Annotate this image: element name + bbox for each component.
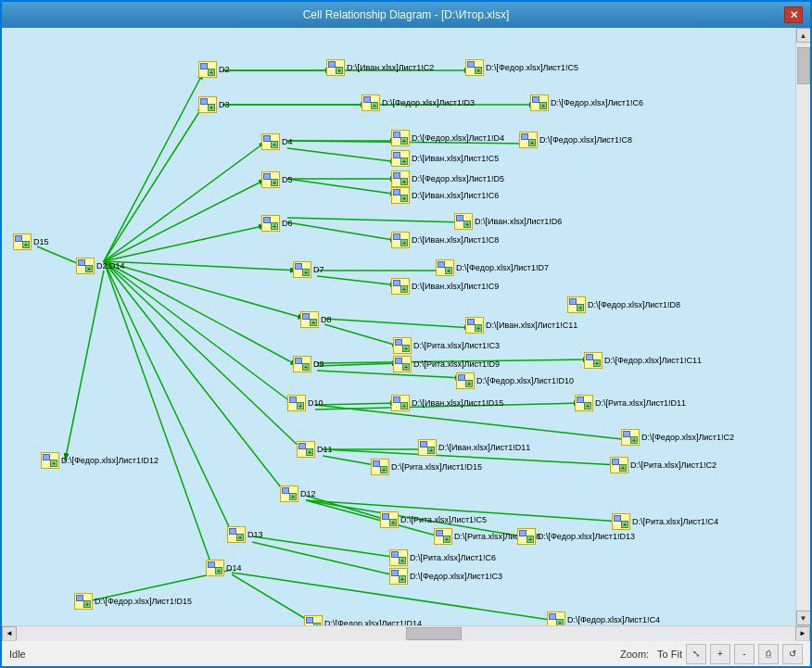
node-label-D7: D7 — [313, 265, 324, 274]
svg-line-28 — [324, 319, 473, 328]
ext-label-11: D:\[Иван.xlsx]Лист1!C8 — [412, 235, 499, 245]
ext-node-18[interactable]: + D:\[Федор.xlsx]Лист1!D10 — [456, 372, 574, 389]
ext-node-14[interactable]: + D:\[Федор.xlsx]Лист1!D8 — [567, 296, 680, 313]
node-D10[interactable]: + D10 — [287, 395, 324, 411]
node-D4[interactable]: + D4 — [261, 133, 293, 150]
ext-icon-13: + — [391, 278, 410, 295]
node-D14[interactable]: + D14 — [206, 560, 242, 576]
ext-node-28[interactable]: + D:\[Федор.xlsx]Лист1!D13 — [517, 528, 635, 545]
print-button[interactable]: ⎙ — [758, 644, 779, 664]
node-icon-D7: + — [293, 261, 311, 278]
zoom-out-button[interactable]: - — [734, 644, 755, 664]
ext-node-32[interactable]: + D:\[Федор.xlsx]Лист1!D15 — [74, 593, 192, 610]
ext-node-23[interactable]: + D:\[Иван.xlsx]Лист1!D11 — [418, 439, 530, 456]
node-label-D2D14: D2:D14 — [96, 261, 125, 271]
node-label-D3: D3 — [219, 100, 230, 109]
zoom-in-button[interactable]: + — [710, 644, 730, 664]
ext-node-13[interactable]: + D:\[Иван.xlsx]Лист1!C9 — [391, 278, 499, 295]
node-icon-D14: + — [206, 560, 224, 576]
zoom-label: Zoom: To Fit — [620, 649, 682, 660]
ext-node-16[interactable]: + D:\[Рита.xlsx]Лист1!C3 — [393, 337, 500, 354]
ext-label-D12: D:\[Федор.xlsx]Лист1!D12 — [61, 456, 159, 465]
ext-node-34[interactable]: + D:\[Федор.xlsx]Лист1!C4 — [547, 611, 660, 625]
ext-node-11[interactable]: + D:\[Иван.xlsx]Лист1!C8 — [391, 232, 499, 248]
scroll-thumb-bottom[interactable] — [406, 627, 462, 640]
ext-node-5[interactable]: + D:\[Федор.xlsx]Лист1!D4 — [391, 130, 504, 146]
ext-node-D12[interactable]: + D:\[Федор.xlsx]Лист1!D12 — [41, 452, 159, 469]
node-D2D14[interactable]: + D2:D14 — [76, 258, 125, 274]
ext-label-29: D:\[Рита.xlsx]Лист1!C4 — [632, 517, 718, 526]
node-D5[interactable]: + D5 — [261, 171, 293, 188]
node-icon-D8: + — [300, 311, 319, 328]
ext-icon-25: + — [610, 457, 628, 473]
scroll-left-button[interactable]: ◄ — [2, 626, 17, 641]
ext-node-22[interactable]: + D:\[Федор.xlsx]Лист1!C2 — [621, 429, 734, 446]
svg-line-29 — [324, 324, 400, 347]
ext-label-33: D:\[Федор.xlsx]Лист1!D14 — [324, 619, 422, 625]
ext-label-31: D:\[Федор.xlsx]Лист1!C3 — [410, 572, 502, 581]
ext-node-17[interactable]: + D:\[Рита.xlsx]Лист1!D9 — [393, 356, 500, 372]
ext-label-1: D:\[Иван.xlsx]Лист1!C2 — [347, 63, 434, 72]
node-D9[interactable]: + D9 — [293, 356, 324, 372]
ext-node-7[interactable]: + D:\[Иван.xlsx]Лист1!C5 — [391, 150, 499, 167]
ext-icon-15: + — [465, 317, 484, 334]
node-icon-D10: + — [287, 395, 306, 411]
node-D15[interactable]: + D15 — [13, 233, 49, 250]
node-label-D8: D8 — [321, 315, 332, 324]
node-D2[interactable]: + D2 — [198, 61, 230, 78]
ext-node-12[interactable]: + D:\[Федор.xlsx]Лист1!D7 — [436, 259, 549, 276]
refresh-button[interactable]: ↺ — [782, 644, 803, 664]
node-D3[interactable]: + D3 — [198, 96, 230, 113]
ext-icon-7: + — [391, 150, 410, 167]
ext-icon-27: + — [434, 528, 452, 545]
close-button[interactable]: ✕ — [784, 6, 803, 23]
scrollbar-right: ▲ ▼ — [795, 28, 810, 625]
scroll-up-button[interactable]: ▲ — [796, 28, 811, 43]
scroll-track-bottom[interactable] — [17, 626, 795, 641]
ext-icon-28: + — [517, 528, 536, 545]
ext-label-3: D:\[Федор.xlsx]Лист1!D3 — [382, 98, 475, 107]
ext-node-25[interactable]: + D:\[Рита.xlsx]Лист1!C2 — [610, 457, 717, 473]
ext-node-2[interactable]: + D:\[Федор.xlsx]Лист1!C5 — [465, 59, 578, 76]
scroll-track-right[interactable] — [796, 43, 811, 611]
fit-button[interactable]: ⤡ — [686, 644, 706, 664]
ext-icon-16: + — [393, 337, 412, 354]
svg-line-40 — [306, 496, 389, 521]
scroll-down-button[interactable]: ▼ — [796, 611, 811, 625]
node-D13[interactable]: + D13 — [227, 526, 263, 543]
ext-node-1[interactable]: + D:\[Иван.xlsx]Лист1!C2 — [326, 59, 434, 76]
node-label-D10: D10 — [308, 398, 324, 408]
ext-node-31[interactable]: + D:\[Федор.xlsx]Лист1!C3 — [389, 568, 502, 585]
node-D12[interactable]: + D12 — [280, 485, 316, 502]
ext-node-15[interactable]: + D:\[Иван.xlsx]Лист1!C11 — [465, 317, 577, 334]
scroll-right-button[interactable]: ► — [795, 626, 810, 641]
ext-node-30[interactable]: + D:\[Рита.xlsx]Лист1!C6 — [389, 549, 496, 566]
ext-label-10: D:\[Иван.xlsx]Лист1!D6 — [475, 217, 562, 226]
ext-node-33[interactable]: + D:\[Федор.xlsx]Лист1!D14 — [304, 615, 422, 625]
node-icon-D6: + — [261, 215, 280, 232]
ext-node-6[interactable]: + D:\[Федор.xlsx]Лист1!C8 — [519, 132, 632, 148]
ext-icon-21: + — [575, 395, 593, 411]
node-D8[interactable]: + D8 — [300, 311, 332, 328]
ext-label-17: D:\[Рита.xlsx]Лист1!D9 — [413, 359, 500, 369]
ext-node-24[interactable]: + D:\[Рита.xlsx]Лист1!D15 — [371, 459, 482, 475]
ext-node-26[interactable]: + D:\[Рита.xlsx]Лист1!C5 — [380, 511, 487, 528]
node-D11[interactable]: + D11 — [297, 441, 333, 458]
ext-icon-D12: + — [41, 452, 59, 469]
ext-node-3[interactable]: + D:\[Федор.xlsx]Лист1!D3 — [362, 95, 475, 111]
ext-node-9[interactable]: + D:\[Иван.xlsx]Лист1!C6 — [391, 187, 499, 204]
ext-node-19[interactable]: + D:\[Федор.xlsx]Лист1!C11 — [584, 352, 702, 369]
node-D6[interactable]: + D6 — [261, 215, 293, 232]
ext-node-10[interactable]: + D:\[Иван.xlsx]Лист1!D6 — [454, 213, 562, 230]
ext-node-8[interactable]: + D:\[Федор.xlsx]Лист1!D5 — [391, 170, 504, 187]
ext-label-16: D:\[Рита.xlsx]Лист1!C3 — [413, 341, 500, 350]
zoom-value: To Fit — [657, 649, 682, 660]
ext-node-20[interactable]: + D:\[Иван.xlsx]Лист1!D15 — [391, 395, 503, 411]
ext-icon-18: + — [456, 372, 475, 389]
node-D7[interactable]: + D7 — [293, 261, 324, 278]
scroll-thumb-right[interactable] — [797, 47, 810, 84]
ext-node-4[interactable]: + D:\[Федор.xlsx]Лист1!C6 — [530, 95, 643, 111]
ext-node-21[interactable]: + D:\[Рита.xlsx]Лист1!D11 — [575, 395, 686, 411]
ext-node-29[interactable]: + D:\[Рита.xlsx]Лист1!C4 — [612, 513, 718, 530]
svg-line-13 — [104, 261, 234, 536]
